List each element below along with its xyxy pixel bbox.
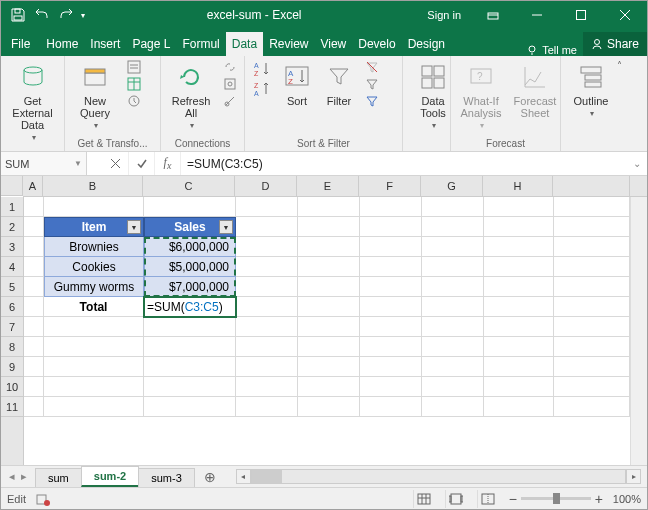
close-button[interactable] bbox=[603, 1, 647, 29]
insert-function-button[interactable]: fx bbox=[155, 152, 181, 175]
filter-button[interactable]: Filter bbox=[321, 59, 357, 109]
cancel-formula-button[interactable] bbox=[103, 152, 129, 175]
tab-file[interactable]: File bbox=[1, 32, 40, 56]
vertical-scrollbar[interactable] bbox=[630, 197, 647, 465]
zoom-slider[interactable] bbox=[521, 497, 591, 500]
save-icon[interactable] bbox=[7, 4, 29, 26]
cell[interactable] bbox=[484, 197, 554, 217]
filter-dropdown-icon[interactable]: ▼ bbox=[219, 220, 233, 234]
from-table-button[interactable] bbox=[125, 76, 143, 92]
col-header-e[interactable]: E bbox=[297, 176, 359, 196]
macro-record-icon[interactable] bbox=[36, 492, 50, 506]
cell[interactable] bbox=[422, 197, 484, 217]
sort-asc-button[interactable]: AZ bbox=[251, 59, 273, 79]
cell-b5[interactable]: Gummy worms bbox=[44, 277, 144, 297]
advanced-button[interactable] bbox=[363, 93, 381, 109]
recent-sources-button[interactable] bbox=[125, 93, 143, 109]
sign-in-link[interactable]: Sign in bbox=[417, 9, 471, 21]
collapse-ribbon-icon[interactable]: ˄ bbox=[617, 60, 622, 71]
name-box[interactable]: SUM ▼ bbox=[1, 152, 87, 175]
ribbon-display-icon[interactable] bbox=[471, 1, 515, 29]
col-header-d[interactable]: D bbox=[235, 176, 297, 196]
col-header-h[interactable]: H bbox=[483, 176, 553, 196]
zoom-out-button[interactable]: − bbox=[509, 491, 517, 507]
tab-design[interactable]: Design bbox=[402, 32, 451, 56]
sort-desc-button[interactable]: ZA bbox=[251, 79, 273, 99]
get-external-data-button[interactable]: Get External Data ▾ bbox=[7, 59, 58, 144]
row-header-5[interactable]: 5 bbox=[1, 277, 23, 297]
sort-button[interactable]: AZ Sort bbox=[279, 59, 315, 109]
cell[interactable] bbox=[236, 197, 298, 217]
maximize-button[interactable] bbox=[559, 1, 603, 29]
row-header-8[interactable]: 8 bbox=[1, 337, 23, 357]
refresh-all-button[interactable]: Refresh All ▾ bbox=[167, 59, 215, 132]
cell[interactable] bbox=[24, 197, 44, 217]
row-header-7[interactable]: 7 bbox=[1, 317, 23, 337]
cell[interactable] bbox=[24, 217, 44, 237]
sheet-tab-sum-2[interactable]: sum-2 bbox=[81, 466, 139, 487]
cell[interactable] bbox=[144, 197, 236, 217]
view-normal-icon[interactable] bbox=[413, 490, 435, 508]
tab-home[interactable]: Home bbox=[40, 32, 84, 56]
undo-icon[interactable] bbox=[31, 4, 53, 26]
select-all-corner[interactable] bbox=[1, 176, 23, 196]
tab-insert[interactable]: Insert bbox=[84, 32, 126, 56]
cell[interactable] bbox=[360, 197, 422, 217]
cell-c3[interactable]: $6,000,000 bbox=[144, 237, 236, 257]
tab-developer[interactable]: Develo bbox=[352, 32, 401, 56]
tell-me-search[interactable]: Tell me bbox=[520, 44, 583, 56]
reapply-button[interactable] bbox=[363, 76, 381, 92]
cell-b4[interactable]: Cookies bbox=[44, 257, 144, 277]
sheet-nav-prev-icon[interactable]: ◂ bbox=[7, 470, 17, 483]
row-header-6[interactable]: 6 bbox=[1, 297, 23, 317]
edit-links-button[interactable] bbox=[221, 93, 239, 109]
cell-c4[interactable]: $5,000,000 bbox=[144, 257, 236, 277]
properties-button[interactable] bbox=[221, 76, 239, 92]
row-header-9[interactable]: 9 bbox=[1, 357, 23, 377]
tab-formulas[interactable]: Formul bbox=[176, 32, 225, 56]
sheet-tab-sum[interactable]: sum bbox=[35, 468, 82, 487]
cell-b6[interactable]: Total bbox=[44, 297, 144, 317]
show-queries-button[interactable] bbox=[125, 59, 143, 75]
forecast-sheet-button[interactable]: Forecast Sheet bbox=[511, 59, 559, 121]
row-header-2[interactable]: 2 bbox=[1, 217, 23, 237]
cell-c6-active[interactable]: =SUM(C3:C5) bbox=[144, 297, 236, 317]
view-page-layout-icon[interactable] bbox=[445, 490, 467, 508]
clear-filter-button[interactable] bbox=[363, 59, 381, 75]
qat-customize-icon[interactable]: ▾ bbox=[81, 11, 85, 20]
col-header-f[interactable]: F bbox=[359, 176, 421, 196]
data-tools-button[interactable]: Data Tools ▾ bbox=[409, 59, 457, 132]
cell-b3[interactable]: Brownies bbox=[44, 237, 144, 257]
horizontal-scrollbar[interactable]: ⋮ ◂ ▸ bbox=[226, 469, 647, 484]
tab-view[interactable]: View bbox=[314, 32, 352, 56]
zoom-level[interactable]: 100% bbox=[607, 493, 641, 505]
what-if-button[interactable]: ? What-If Analysis ▾ bbox=[457, 59, 505, 132]
sheet-nav-next-icon[interactable]: ▸ bbox=[19, 470, 29, 483]
redo-icon[interactable] bbox=[55, 4, 77, 26]
row-header-11[interactable]: 11 bbox=[1, 397, 23, 417]
row-header-3[interactable]: 3 bbox=[1, 237, 23, 257]
new-query-button[interactable]: New Query ▾ bbox=[71, 59, 119, 132]
row-header-1[interactable]: 1 bbox=[1, 197, 23, 217]
zoom-in-button[interactable]: + bbox=[595, 491, 603, 507]
new-sheet-button[interactable]: ⊕ bbox=[194, 469, 226, 485]
cell[interactable] bbox=[44, 197, 144, 217]
connections-button[interactable] bbox=[221, 59, 239, 75]
expand-formula-bar-icon[interactable]: ⌄ bbox=[627, 158, 647, 169]
table-header-sales[interactable]: Sales▼ bbox=[144, 217, 236, 237]
tab-review[interactable]: Review bbox=[263, 32, 314, 56]
row-header-4[interactable]: 4 bbox=[1, 257, 23, 277]
minimize-button[interactable] bbox=[515, 1, 559, 29]
cell[interactable] bbox=[298, 197, 360, 217]
view-page-break-icon[interactable] bbox=[477, 490, 499, 508]
sheet-tab-sum-3[interactable]: sum-3 bbox=[138, 468, 195, 487]
tab-page-layout[interactable]: Page L bbox=[126, 32, 176, 56]
tab-data[interactable]: Data bbox=[226, 32, 263, 56]
enter-formula-button[interactable] bbox=[129, 152, 155, 175]
col-header-g[interactable]: G bbox=[421, 176, 483, 196]
filter-dropdown-icon[interactable]: ▼ bbox=[127, 220, 141, 234]
cell-c5[interactable]: $7,000,000 bbox=[144, 277, 236, 297]
row-header-10[interactable]: 10 bbox=[1, 377, 23, 397]
outline-button[interactable]: Outline ▾ bbox=[567, 59, 615, 120]
col-header-b[interactable]: B bbox=[43, 176, 143, 196]
